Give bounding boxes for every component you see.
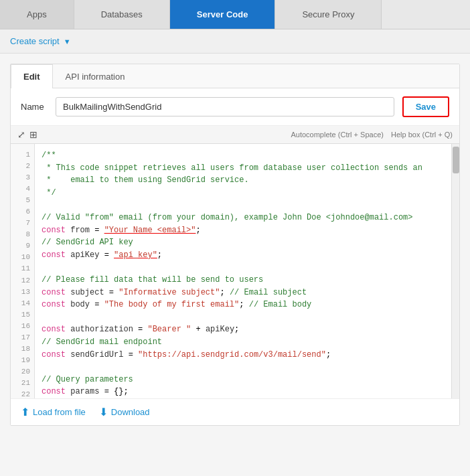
save-button[interactable]: Save [402, 96, 449, 117]
download-label: Download [111, 407, 150, 417]
create-bar: Create script ▼ [0, 29, 470, 54]
line-numbers: 12345 678910 1112131415 1617181920 21222… [11, 144, 35, 398]
code-content[interactable]: /** * This code snippet retrieves all us… [35, 144, 451, 398]
code-area: 12345 678910 1112131415 1617181920 21222… [11, 144, 459, 398]
tab-databases[interactable]: Databases [74, 0, 170, 29]
tab-api-information[interactable]: API information [53, 64, 138, 88]
editor-toolbar: ⤢ ⊞ Autocomplete (Ctrl + Space) Help box… [11, 126, 459, 144]
load-from-file-button[interactable]: ⬆ Load from file [21, 406, 86, 418]
name-label: Name [21, 102, 48, 112]
create-script-label: Create script [10, 36, 60, 46]
download-icon: ⬇ [99, 406, 108, 418]
download-button[interactable]: ⬇ Download [99, 406, 150, 418]
toolbar-icons: ⤢ ⊞ [17, 129, 37, 140]
name-row: Name Save [11, 88, 459, 126]
tab-server-code[interactable]: Server Code [170, 0, 276, 29]
create-script-arrow-icon: ▼ [64, 37, 71, 46]
helpbox-hint: Help box (Ctrl + Q) [391, 131, 453, 139]
name-input[interactable] [56, 97, 394, 116]
tab-edit[interactable]: Edit [11, 64, 53, 88]
main-content: Edit API information Name Save ⤢ ⊞ Autoc… [10, 64, 460, 426]
tree-icon[interactable]: ⊞ [29, 129, 37, 140]
inner-tabs: Edit API information [11, 64, 459, 88]
upload-icon: ⬆ [21, 406, 29, 418]
scrollbar-track[interactable] [451, 144, 459, 398]
scrollbar-thumb[interactable] [453, 147, 459, 173]
create-script-button[interactable]: Create script ▼ [10, 36, 71, 46]
load-from-file-label: Load from file [33, 407, 86, 417]
top-nav: Apps Databases Server Code Secure Proxy [0, 0, 470, 29]
fullscreen-icon[interactable]: ⤢ [17, 129, 25, 140]
autocomplete-hint: Autocomplete (Ctrl + Space) [291, 131, 383, 139]
tab-apps[interactable]: Apps [0, 0, 74, 29]
bottom-bar: ⬆ Load from file ⬇ Download [11, 398, 459, 425]
tab-secure-proxy[interactable]: Secure Proxy [275, 0, 382, 29]
toolbar-hints: Autocomplete (Ctrl + Space) Help box (Ct… [285, 131, 453, 139]
